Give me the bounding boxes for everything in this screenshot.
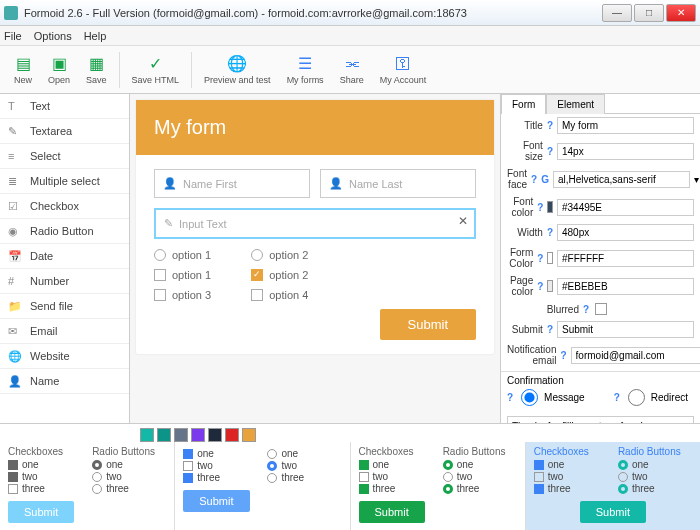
list-icon: ☰: [296, 55, 314, 73]
multiple select-icon: ≣: [8, 175, 22, 188]
save-button[interactable]: ▦Save: [78, 53, 115, 87]
tab-form[interactable]: Form: [501, 94, 546, 114]
radio-option-2[interactable]: option 2: [251, 249, 308, 261]
email-icon: ✉: [8, 325, 22, 338]
close-button[interactable]: ✕: [666, 4, 696, 22]
share-button[interactable]: ⫘Share: [332, 53, 372, 87]
check-icon: ✓: [146, 55, 164, 73]
color-swatch[interactable]: [191, 428, 205, 442]
color-swatch[interactable]: [174, 428, 188, 442]
share-icon: ⫘: [343, 55, 361, 73]
sidebar-item-website[interactable]: 🌐Website: [0, 344, 129, 369]
toolbar: ▤New ▣Open ▦Save ✓Save HTML 🌐Preview and…: [0, 46, 700, 94]
sidebar-item-email[interactable]: ✉Email: [0, 319, 129, 344]
theme-flat-submit[interactable]: Submit: [359, 501, 425, 523]
sidebar-item-send-file[interactable]: 📁Send file: [0, 294, 129, 319]
myforms-button[interactable]: ☰My forms: [279, 53, 332, 87]
menu-options[interactable]: Options: [34, 30, 72, 42]
globe-icon: 🌐: [228, 55, 246, 73]
theme-solid[interactable]: Checkboxes one two three Radio Buttons o…: [526, 442, 700, 530]
open-button[interactable]: ▣Open: [40, 53, 78, 87]
checkbox-option-1[interactable]: option 1: [154, 269, 211, 281]
color-swatch[interactable]: [157, 428, 171, 442]
account-button[interactable]: ⚿My Account: [372, 53, 435, 87]
new-button[interactable]: ▤New: [6, 53, 40, 87]
color-palette: [0, 424, 700, 442]
color-swatch[interactable]: [225, 428, 239, 442]
sidebar-item-date[interactable]: 📅Date: [0, 244, 129, 269]
window-titlebar: Formoid 2.6 - Full Version (formoid@gmai…: [0, 0, 700, 26]
theme-metro[interactable]: one two three one two three Submit Metro: [175, 442, 350, 530]
radio-option-1[interactable]: option 1: [154, 249, 211, 261]
prop-formcolor-input[interactable]: [557, 250, 694, 267]
folder-icon: ▣: [50, 55, 68, 73]
color-swatch[interactable]: [242, 428, 256, 442]
name-first-field[interactable]: 👤Name First: [154, 169, 310, 198]
pagecolor-swatch[interactable]: [547, 280, 553, 292]
theme-previews: Checkboxes one two three Radio Buttons o…: [0, 442, 700, 530]
color-swatch[interactable]: [140, 428, 154, 442]
window-title: Formoid 2.6 - Full Version (formoid@gmai…: [24, 7, 602, 19]
send file-icon: 📁: [8, 300, 22, 313]
prop-width-input[interactable]: [557, 224, 694, 241]
menubar: File Options Help: [0, 26, 700, 46]
sidebar-item-number[interactable]: #Number: [0, 269, 129, 294]
key-icon: ⚿: [394, 55, 412, 73]
prop-pagecolor-input[interactable]: [557, 278, 694, 295]
properties-panel: Form Element Title? Font size? Font face…: [500, 94, 700, 423]
prop-submit-input[interactable]: [557, 321, 694, 338]
prop-email-input[interactable]: [571, 347, 700, 364]
tab-element[interactable]: Element: [546, 94, 605, 114]
select-icon: ≡: [8, 150, 22, 162]
number-icon: #: [8, 275, 22, 287]
text-icon: T: [8, 100, 22, 112]
theme-flat[interactable]: Checkboxes one two three Radio Buttons o…: [351, 442, 526, 530]
preview-button[interactable]: 🌐Preview and test: [196, 53, 279, 87]
prop-fontcolor-input[interactable]: [557, 199, 694, 216]
form-title[interactable]: My form: [136, 100, 494, 155]
theme-default[interactable]: Checkboxes one two three Radio Buttons o…: [0, 442, 175, 530]
element-sidebar: TText✎Textarea≡Select≣Multiple select☑Ch…: [0, 94, 130, 423]
pencil-icon: ✎: [164, 217, 173, 230]
sidebar-item-multiple-select[interactable]: ≣Multiple select: [0, 169, 129, 194]
fontcolor-swatch[interactable]: [547, 201, 553, 213]
maximize-button[interactable]: □: [634, 4, 664, 22]
prop-title-input[interactable]: [557, 117, 694, 134]
sidebar-item-radio-button[interactable]: ◉Radio Button: [0, 219, 129, 244]
form-card: My form 👤Name First 👤Name Last ✎Input Te…: [136, 100, 494, 354]
form-submit-button[interactable]: Submit: [380, 309, 476, 340]
minimize-button[interactable]: —: [602, 4, 632, 22]
checkbox-option-4[interactable]: option 4: [251, 289, 308, 301]
confirm-message-radio[interactable]: [519, 389, 540, 406]
theme-metro-submit[interactable]: Submit: [183, 490, 249, 512]
checkbox-option-2[interactable]: option 2: [251, 269, 308, 281]
prop-blurred-checkbox[interactable]: [595, 303, 607, 315]
formcolor-swatch[interactable]: [547, 252, 553, 264]
checkbox-option-3[interactable]: option 3: [154, 289, 211, 301]
confirmation-label: Confirmation: [507, 375, 694, 386]
theme-default-submit[interactable]: Submit: [8, 501, 74, 523]
confirmation-message-box[interactable]: Thanks for filling out my form!: [507, 416, 694, 423]
date-icon: 📅: [8, 250, 22, 263]
theme-solid-submit[interactable]: Submit: [580, 501, 646, 523]
color-swatch[interactable]: [208, 428, 222, 442]
prop-fontsize-input[interactable]: [557, 143, 694, 160]
sidebar-item-checkbox[interactable]: ☑Checkbox: [0, 194, 129, 219]
save-html-button[interactable]: ✓Save HTML: [124, 53, 188, 87]
sidebar-item-name[interactable]: 👤Name: [0, 369, 129, 394]
sidebar-item-select[interactable]: ≡Select: [0, 144, 129, 169]
name-last-field[interactable]: 👤Name Last: [320, 169, 476, 198]
sidebar-item-text[interactable]: TText: [0, 94, 129, 119]
confirm-redirect-radio[interactable]: [626, 389, 647, 406]
dropdown-icon[interactable]: ▾: [694, 174, 699, 185]
input-text-field[interactable]: ✎Input Text✕: [154, 208, 476, 239]
delete-field-button[interactable]: ✕: [458, 214, 468, 228]
menu-help[interactable]: Help: [84, 30, 107, 42]
website-icon: 🌐: [8, 350, 22, 363]
sidebar-item-textarea[interactable]: ✎Textarea: [0, 119, 129, 144]
menu-file[interactable]: File: [4, 30, 22, 42]
checkbox-icon: ☑: [8, 200, 22, 213]
textarea-icon: ✎: [8, 125, 22, 138]
prop-fontface-input[interactable]: [553, 171, 690, 188]
user-icon: 👤: [163, 177, 177, 190]
